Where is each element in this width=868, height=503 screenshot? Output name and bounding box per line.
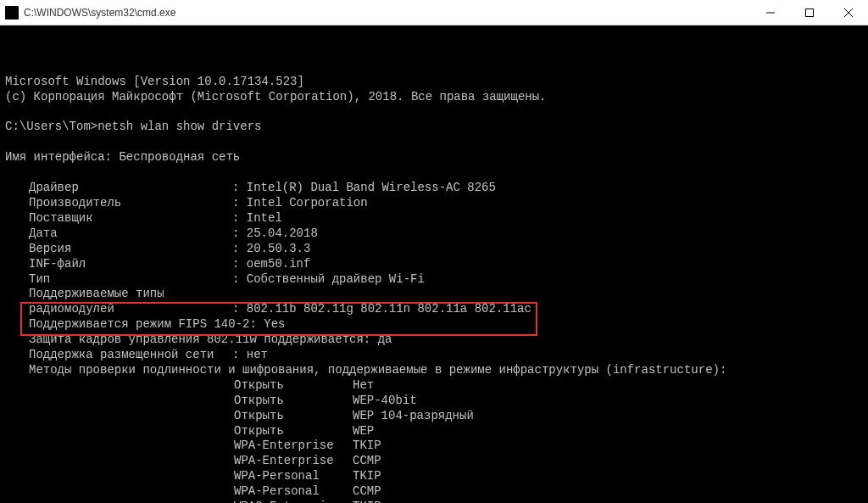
prompt-line: C:\Users\Tom>netsh wlan show drivers [5, 120, 261, 133]
auth-method-row: ОткрытьWEP [5, 424, 374, 438]
auth-method-row: ОткрытьWEP-40bit [5, 394, 417, 407]
close-button[interactable] [829, 0, 868, 25]
fips-row: Поддерживается режим FIPS 140-2: Yes [5, 317, 285, 331]
driver-row: Дата: 25.04.2018 [5, 226, 318, 240]
auth-method-row: WPA-EnterpriseCCMP [5, 454, 381, 467]
auth-method-row: WPA-PersonalTKIP [5, 469, 381, 483]
radio-types-row-1: Поддерживаемые типы [5, 287, 232, 300]
cmd-icon [5, 6, 19, 20]
driver-row: Версия: 20.50.3.3 [5, 242, 310, 255]
auth-method-row: WPA-PersonalCCMP [5, 484, 381, 498]
hosted-net-row: Поддержка размещенной сети: нет [5, 348, 268, 361]
prompt-command: netsh wlan show drivers [97, 120, 261, 133]
window-controls [751, 0, 868, 25]
driver-row: Тип: Собственный драйвер Wi-Fi [5, 272, 425, 286]
driver-row: Поставщик: Intel [5, 211, 282, 225]
auth-method-row: ОткрытьWEP 104-разрядный [5, 409, 474, 422]
minimize-icon [766, 8, 775, 17]
driver-row: Драйвер: Intel(R) Dual Band Wireless-AC … [5, 181, 496, 194]
radio-types-row-2: радиомодулей: 802.11b 802.11g 802.11n 80… [5, 302, 531, 316]
minimize-button[interactable] [751, 0, 790, 25]
interface-line: Имя интерфейса: Беспроводная сеть [5, 150, 240, 164]
cmd-window: C:\WINDOWS\system32\cmd.exe Microsoft Wi… [0, 0, 868, 503]
prompt-path: C:\Users\Tom> [5, 120, 97, 133]
driver-row: INF-файл: oem50.inf [5, 257, 310, 271]
auth-method-row: WPA-EnterpriseTKIP [5, 439, 381, 452]
mgmt-frames-row: Защита кадров управления 802.11w поддерж… [5, 333, 392, 346]
close-icon [844, 8, 853, 17]
svg-rect-1 [806, 8, 814, 16]
auth-method-row: ОткрытьНет [5, 378, 374, 392]
maximize-button[interactable] [790, 0, 829, 25]
driver-row: Производитель: Intel Corporation [5, 196, 368, 210]
header-line-1: Microsoft Windows [Version 10.0.17134.52… [5, 75, 304, 88]
auth-header-row: Методы проверки подлинности и шифрования… [5, 363, 726, 377]
titlebar: C:\WINDOWS\system32\cmd.exe [0, 0, 868, 25]
maximize-icon [805, 8, 814, 17]
terminal-content: Microsoft Windows [Version 10.0.17134.52… [5, 59, 863, 503]
terminal-output[interactable]: Microsoft Windows [Version 10.0.17134.52… [0, 25, 868, 503]
titlebar-left: C:\WINDOWS\system32\cmd.exe [0, 6, 175, 20]
auth-method-row: WPA2-EnterpriseTKIP [5, 500, 381, 503]
window-title: C:\WINDOWS\system32\cmd.exe [24, 7, 175, 19]
header-line-2: (c) Корпорация Майкрософт (Microsoft Cor… [5, 90, 547, 103]
